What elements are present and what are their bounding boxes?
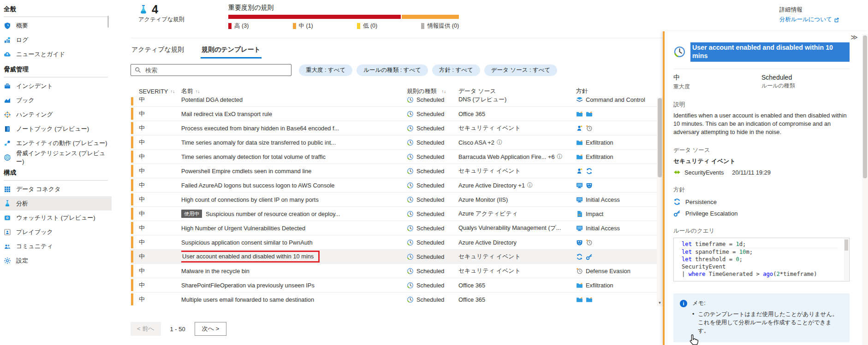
severity-cell: 中 xyxy=(131,153,181,161)
severity-label: 中 xyxy=(139,181,145,189)
table-row[interactable]: 中Powershell Empire cmdlets seen in comma… xyxy=(131,164,657,178)
sidebar-item[interactable]: ハンティング xyxy=(0,107,112,122)
sidebar-item[interactable]: ログ xyxy=(0,33,112,47)
table-row[interactable]: 中Time series anomaly for data size trans… xyxy=(131,135,657,150)
table-row[interactable]: 中Process executed from binary hidden in … xyxy=(131,121,657,135)
search-input[interactable] xyxy=(144,66,287,74)
table-row[interactable]: 中SharePointFileOperation via previously … xyxy=(131,278,657,292)
connectors-icon xyxy=(4,186,11,193)
scroll-down-icon[interactable]: ▼ xyxy=(658,301,662,306)
scheduled-icon xyxy=(407,182,414,189)
rule-name: Suspicious number of resource creation o… xyxy=(206,211,340,217)
tactics-cell xyxy=(576,239,657,246)
data-source-cell: セキュリティ イベント xyxy=(458,124,576,132)
table-row[interactable]: 中High Number of Urgent Vulnerabilities D… xyxy=(131,221,657,235)
sidebar-item[interactable]: コミュニティ xyxy=(0,239,112,253)
shield-icon xyxy=(4,22,11,29)
table-row[interactable]: 中High count of connections by client IP … xyxy=(131,193,657,207)
scheduled-icon xyxy=(407,225,414,232)
main-column: 4 アクティブな規則 重要度別の規則 高 (3)中 (1)低 (0)情報提供 (… xyxy=(112,0,868,345)
table-row[interactable]: 中Malware in the recycle binScheduledセキュリ… xyxy=(131,264,657,278)
table-scrollbar[interactable]: ▼ xyxy=(657,97,663,306)
sidebar-item[interactable]: ニュースとガイド xyxy=(0,47,112,61)
sidebar-item[interactable]: 分析 xyxy=(0,196,112,211)
table-row[interactable]: 中Potential DGA detectedScheduledDNS (プレビ… xyxy=(131,97,657,107)
rule-name: Powershell Empire cmdlets seen in comman… xyxy=(181,168,311,175)
sidebar-section-header: 構成 xyxy=(0,164,112,180)
table-row[interactable]: 中Time series anomaly detection for total… xyxy=(131,150,657,164)
tactics-cell xyxy=(576,296,657,303)
rule-name: Failed AzureAD logons but success logon … xyxy=(181,182,334,189)
severity-bar-segment xyxy=(228,15,401,19)
in-use-badge: 使用中 xyxy=(181,210,202,218)
notebook-icon xyxy=(4,125,11,133)
next-page-button[interactable]: 次へ > xyxy=(195,322,227,336)
tactics-cell: Defense Evasion xyxy=(576,268,657,275)
tactics-cell: Initial Access xyxy=(576,225,657,232)
filter-pill[interactable]: 重大度 : すべて xyxy=(299,64,352,76)
sidebar-item[interactable]: ウォッチリスト (プレビュー) xyxy=(0,211,112,225)
query-scrollbar-thumb[interactable] xyxy=(844,240,848,251)
satellite-icon xyxy=(576,97,583,103)
sidebar-item[interactable]: エンティティの動作 (プレビュー) xyxy=(0,136,112,150)
table-scrollbar-thumb[interactable] xyxy=(658,98,662,177)
severity-cell: 中 xyxy=(131,139,181,146)
rule-name-cell: Powershell Empire cmdlets seen in comman… xyxy=(181,168,407,175)
rule-name: Potential DGA detected xyxy=(181,97,243,103)
prev-page-button[interactable]: < 前へ xyxy=(131,322,161,336)
data-source-label: Azure Active Directory xyxy=(458,239,517,246)
data-source-label: Cisco ASA +2 xyxy=(458,139,494,146)
sidebar: 全般概要ログニュースとガイド脅威管理インシデントブックハンティングノートブック … xyxy=(0,0,112,345)
data-source-cell: Qualys Vulnerability Management (プ... xyxy=(458,224,576,232)
datasource-table: SecurityEvents xyxy=(684,169,724,176)
column-header[interactable]: 名前↑↓ xyxy=(181,88,407,95)
query-scrollbar[interactable] xyxy=(844,239,849,281)
sidebar-item[interactable]: プレイブック xyxy=(0,225,112,239)
query-line: SecurityEvent xyxy=(682,263,838,270)
search-box[interactable] xyxy=(131,64,291,76)
legend-label: 中 (1) xyxy=(299,22,313,30)
table-row[interactable]: 中Failed AzureAD logons but success logon… xyxy=(131,178,657,193)
query-line: let timeframe = 1d; xyxy=(682,240,838,248)
filter-pill[interactable]: 方針 : すべて xyxy=(432,64,480,76)
table-row[interactable]: 中使用中Suspicious number of resource creati… xyxy=(131,207,657,221)
sidebar-scrollbar[interactable] xyxy=(107,16,109,28)
sidebar-item[interactable]: ノートブック (プレビュー) xyxy=(0,122,112,136)
sidebar-item[interactable]: 設定 xyxy=(0,253,112,268)
table-header: SEVERITY↑↓名前↑↓規則の種類↑↓データ ソース方針 xyxy=(131,85,663,97)
column-header[interactable]: 規則の種類↑↓ xyxy=(407,88,458,95)
sidebar-section-header: 脅威管理 xyxy=(0,61,112,77)
legend-label: 情報提供 (0) xyxy=(427,22,459,30)
panel-scrollbar[interactable] xyxy=(862,34,868,345)
flask-icon xyxy=(4,200,11,207)
data-source-label: Office 365 xyxy=(458,296,485,303)
table-row[interactable]: 中Multiple users email forwarded to same … xyxy=(131,292,657,306)
column-header[interactable]: SEVERITY↑↓ xyxy=(131,88,181,95)
filter-pill[interactable]: データ ソース : すべて xyxy=(484,64,557,76)
severity-caption: 重大度 xyxy=(673,83,761,91)
severity-label: 中 xyxy=(139,239,145,246)
query-lines: let timeframe = 1d;let spanoftime = 10m;… xyxy=(682,240,838,278)
learn-more-link[interactable]: 分析ルールについて xyxy=(779,16,839,23)
panel-scrollbar-thumb[interactable] xyxy=(863,35,867,178)
filter-pill[interactable]: ルールの種類 : すべて xyxy=(357,64,428,76)
table-row[interactable]: 中Mail redirect via ExO transport ruleSch… xyxy=(131,107,657,121)
tab-active-rules[interactable]: アクティブな規則 xyxy=(131,43,185,58)
data-source-label: セキュリティ イベント xyxy=(458,253,521,261)
settings-icon xyxy=(4,257,11,264)
rule-query-editor[interactable]: let timeframe = 1d;let spanoftime = 10m;… xyxy=(673,238,850,281)
collapse-panel-icon[interactable]: ≫ xyxy=(850,33,858,41)
rule-name-cell: High count of connections by client IP o… xyxy=(181,196,407,203)
note-label: メモ: xyxy=(692,299,843,307)
sidebar-item[interactable]: データ コネクタ xyxy=(0,182,112,196)
table-row[interactable]: 中User account enabled and disabled withi… xyxy=(131,250,657,264)
sidebar-item[interactable]: ブック xyxy=(0,93,112,107)
sidebar-item[interactable]: インシデント xyxy=(0,79,112,93)
sidebar-item[interactable]: 概要 xyxy=(0,18,112,33)
clock-badge-icon xyxy=(576,268,583,275)
table-row[interactable]: 中Suspicious application consent similar … xyxy=(131,235,657,250)
sidebar-item[interactable]: 脅威インテリジェンス (プレビュー) xyxy=(0,150,112,164)
severity-bar-indicator xyxy=(131,97,133,105)
rule-type-cell: Scheduled xyxy=(407,111,458,117)
tab-rule-templates[interactable]: 規則のテンプレート xyxy=(201,43,262,58)
